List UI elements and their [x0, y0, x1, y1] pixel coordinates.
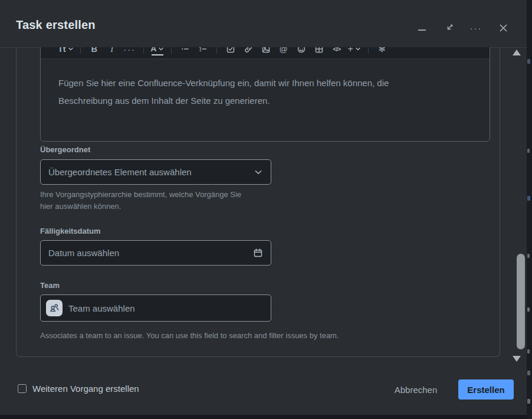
insert-more-button[interactable]: +: [347, 47, 362, 56]
background-page-sliver: [527, 0, 532, 419]
italic-button[interactable]: I: [105, 47, 119, 56]
more-options-icon[interactable]: ···: [467, 20, 485, 35]
create-another-checkbox[interactable]: [18, 384, 27, 393]
image-icon[interactable]: [259, 47, 273, 56]
task-checkbox-icon[interactable]: [224, 47, 238, 56]
parent-field-label: Übergeordnet: [40, 145, 90, 154]
cancel-button[interactable]: Abbrechen: [392, 381, 440, 398]
emoji-icon[interactable]: [294, 47, 308, 56]
screen: Task erstellen ···: [0, 0, 532, 419]
due-date-field-label: Fälligkeitsdatum: [40, 227, 101, 235]
ai-icon[interactable]: ✻: [375, 47, 389, 56]
description-input[interactable]: Fügen Sie hier eine Confluence-Verknüpfu…: [41, 59, 490, 141]
chevron-down-icon: [254, 169, 262, 175]
window-controls: ···: [412, 20, 513, 35]
bold-button[interactable]: B: [87, 47, 101, 56]
team-placeholder: Team auswählen: [68, 303, 271, 313]
parent-field-help: Ihre Vorgangstyphierarchie bestimmt, wel…: [40, 189, 241, 212]
text-color-button[interactable]: A: [150, 47, 165, 56]
editor-toolbar: Tt B I ··· A: [41, 47, 490, 59]
bullet-list-icon[interactable]: [178, 47, 192, 56]
code-snippet-icon[interactable]: </>: [330, 47, 344, 56]
description-editor: Tt B I ··· A: [40, 47, 490, 142]
team-field-label: Team: [40, 281, 60, 290]
minimize-icon[interactable]: [412, 20, 431, 35]
due-date-input[interactable]: Datum auswählen: [40, 240, 271, 266]
form-scroll-area: Tt B I ··· A: [16, 47, 500, 357]
modal-title: Task erstellen: [16, 18, 96, 32]
team-input[interactable]: Team auswählen: [40, 294, 271, 322]
mention-icon[interactable]: @: [277, 47, 291, 56]
create-button[interactable]: Erstellen: [458, 379, 514, 400]
description-placeholder-line1: Fügen Sie hier eine Confluence-Verknüpfu…: [58, 74, 472, 92]
table-icon[interactable]: [312, 47, 326, 56]
text-styles-button[interactable]: Tt: [58, 47, 74, 56]
team-icon: [46, 300, 63, 316]
close-icon[interactable]: [494, 20, 513, 35]
parent-select[interactable]: Übergeordnetes Element auswählen: [40, 159, 271, 185]
scrollbar-up-arrow[interactable]: [513, 50, 521, 55]
more-formatting-icon[interactable]: ···: [123, 47, 137, 56]
team-field-help: Associates a team to an issue. You can u…: [40, 330, 339, 342]
due-date-placeholder: Datum auswählen: [48, 248, 253, 258]
description-placeholder-line2: Beschreibung aus dem Inhalt der Seite zu…: [58, 92, 472, 110]
create-another-label[interactable]: Weiteren Vorgang erstellen: [32, 384, 139, 394]
scrollbar-down-arrow[interactable]: [513, 356, 521, 362]
scrollbar-thumb[interactable]: [517, 254, 525, 349]
calendar-icon: [253, 248, 263, 258]
parent-select-placeholder: Übergeordnetes Element auswählen: [48, 167, 254, 177]
create-task-modal: Task erstellen ···: [0, 0, 527, 415]
link-icon[interactable]: [241, 47, 255, 56]
numbered-list-icon[interactable]: [196, 47, 210, 56]
collapse-icon[interactable]: [439, 20, 458, 35]
